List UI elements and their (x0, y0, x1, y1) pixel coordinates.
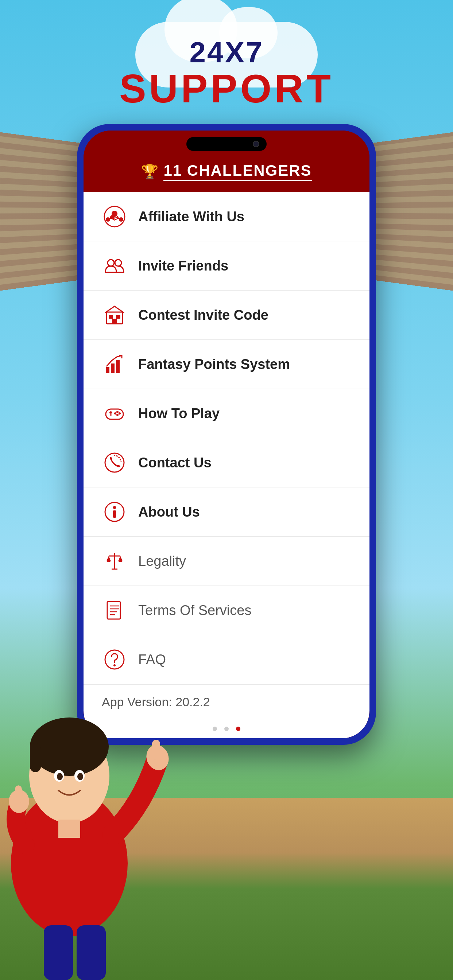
svg-rect-46 (58, 819, 80, 838)
svg-rect-31 (107, 601, 120, 619)
svg-point-20 (116, 411, 118, 413)
invite-friends-label: Invite Friends (138, 258, 228, 274)
trophy-icon: 🏆 (141, 164, 158, 180)
menu-item-contest-invite[interactable]: Contest Invite Code (83, 291, 370, 340)
terms-icon (102, 598, 127, 623)
24x7-label: 24X7 (119, 37, 334, 68)
title-underline (163, 180, 311, 181)
support-label: SUPPORT (119, 68, 334, 109)
fantasy-points-icon (102, 352, 127, 377)
contest-invite-icon (102, 302, 127, 328)
affiliate-icon (102, 204, 127, 229)
legality-label: Legality (138, 554, 186, 569)
menu-item-how-to-play[interactable]: How To Play (83, 389, 370, 438)
nav-dot-3-active (236, 727, 240, 731)
svg-rect-41 (30, 743, 41, 772)
svg-rect-27 (113, 511, 116, 518)
menu-item-legality[interactable]: Legality (83, 537, 370, 586)
svg-rect-12 (116, 315, 120, 319)
fantasy-points-label: Fantasy Points System (138, 356, 290, 372)
svg-point-40 (30, 718, 109, 776)
app-title-block: 11 CHALLENGERS (163, 162, 311, 181)
menu-item-invite-friends[interactable]: Invite Friends (83, 241, 370, 291)
svg-rect-13 (112, 319, 117, 324)
affiliate-label: Affiliate With Us (138, 209, 244, 224)
menu-item-terms[interactable]: Terms Of Services (83, 586, 370, 635)
contact-us-label: Contact Us (138, 455, 212, 471)
svg-rect-15 (111, 363, 115, 373)
menu-item-affiliate[interactable]: Affiliate With Us (83, 192, 370, 241)
nav-dot-1 (213, 727, 217, 731)
how-to-play-label: How To Play (138, 406, 220, 422)
person-svg (0, 652, 171, 980)
svg-rect-51 (44, 925, 73, 980)
notch-pill (187, 137, 266, 151)
svg-point-45 (77, 773, 83, 780)
svg-point-22 (116, 414, 118, 416)
about-us-label: About Us (138, 504, 200, 520)
svg-rect-16 (116, 360, 120, 373)
svg-point-6 (108, 259, 114, 266)
person-figure (0, 652, 171, 980)
svg-rect-14 (106, 367, 109, 373)
terms-label: Terms Of Services (138, 603, 251, 618)
about-us-icon (102, 499, 127, 525)
support-heading: 24X7 SUPPORT (119, 37, 334, 109)
svg-rect-52 (77, 925, 106, 980)
menu-item-fantasy-points[interactable]: Fantasy Points System (83, 340, 370, 389)
svg-point-7 (115, 259, 121, 266)
invite-friends-icon (102, 253, 127, 278)
svg-point-21 (118, 412, 121, 415)
menu-item-about-us[interactable]: About Us (83, 487, 370, 537)
how-to-play-icon (102, 401, 127, 426)
svg-point-24 (105, 453, 124, 472)
camera-dot (253, 141, 259, 147)
app-title: 11 CHALLENGERS (163, 162, 311, 179)
svg-rect-11 (109, 315, 113, 319)
legality-icon (102, 548, 127, 574)
phone-notch (83, 130, 370, 154)
contact-us-icon (102, 450, 127, 476)
phone-inner-frame: 🏆 11 CHALLENGERS (83, 130, 370, 738)
svg-point-26 (113, 506, 116, 509)
menu-item-contact-us[interactable]: Contact Us (83, 438, 370, 487)
svg-point-23 (114, 412, 116, 415)
svg-point-44 (57, 773, 63, 780)
contest-invite-label: Contest Invite Code (138, 307, 268, 323)
nav-dot-2 (224, 727, 229, 731)
app-header: 🏆 11 CHALLENGERS (83, 154, 370, 192)
